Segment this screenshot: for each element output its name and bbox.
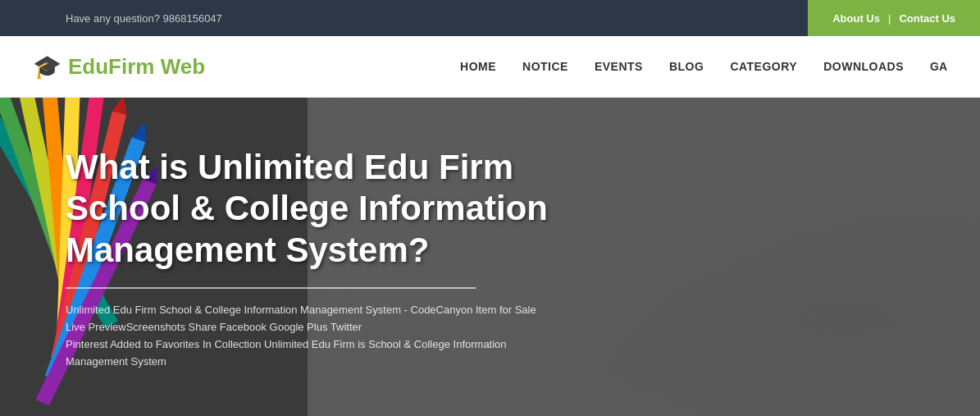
logo-link[interactable]: 🎓 EduFirm Web <box>33 53 205 80</box>
top-bar-right: About Us | Contact Us <box>808 0 980 36</box>
nav-blog[interactable]: BLOG <box>669 60 704 73</box>
main-nav: HOME NOTICE EVENTS BLOG CATEGORY DOWNLOA… <box>460 60 947 73</box>
hero-title: What is Unlimited Edu Firm School & Coll… <box>66 147 549 271</box>
hero-description-line1: Unlimited Edu Firm School & College Info… <box>66 302 549 336</box>
about-us-link[interactable]: About Us <box>832 12 880 25</box>
nav-category[interactable]: CATEGORY <box>730 60 797 73</box>
top-bar: Have any question? 9868156047 About Us |… <box>0 0 980 36</box>
phone-info: Have any question? 9868156047 <box>0 12 222 25</box>
nav-more: GA <box>930 60 947 73</box>
nav-separator: | <box>888 12 891 25</box>
hero-section: What is Unlimited Edu Firm School & Coll… <box>0 98 980 416</box>
nav-notice[interactable]: NOTICE <box>522 60 568 73</box>
nav-home[interactable]: HOME <box>460 60 496 73</box>
hero-description-line2: Pinterest Added to Favorites In Collecti… <box>66 336 549 371</box>
logo-icon: 🎓 <box>33 53 62 80</box>
phone-text: Have any question? 9868156047 <box>66 12 222 25</box>
nav-downloads[interactable]: DOWNLOADS <box>823 60 904 73</box>
hero-divider <box>66 287 476 289</box>
logo-text: EduFirm Web <box>68 54 205 80</box>
hero-content: What is Unlimited Edu Firm School & Coll… <box>0 98 615 416</box>
contact-us-link[interactable]: Contact Us <box>899 12 955 25</box>
header: 🎓 EduFirm Web HOME NOTICE EVENTS BLOG CA… <box>0 36 980 98</box>
nav-events[interactable]: EVENTS <box>595 60 643 73</box>
